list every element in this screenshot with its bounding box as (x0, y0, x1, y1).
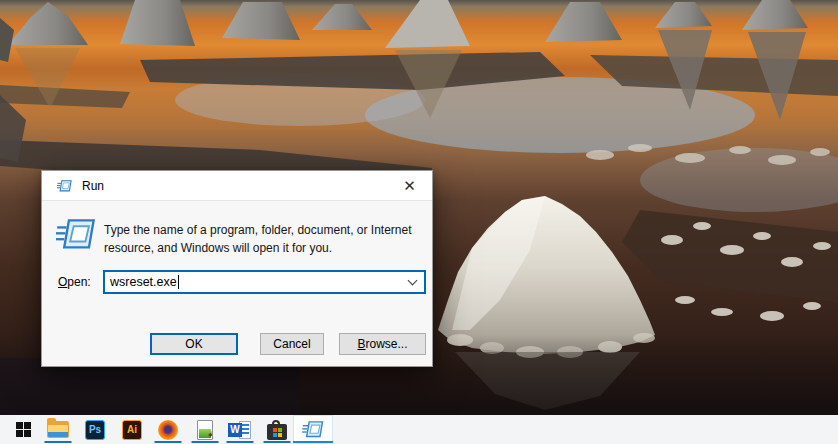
running-indicator (192, 441, 219, 443)
word-icon: W (228, 420, 252, 440)
file-explorer-icon (47, 421, 69, 438)
run-command-input[interactable]: wsreset.exe (103, 270, 426, 294)
open-label: Open: (58, 275, 91, 289)
close-icon: ✕ (403, 177, 416, 195)
chevron-down-icon (407, 275, 417, 285)
running-indicator (264, 441, 291, 443)
dropdown-button[interactable] (403, 272, 421, 292)
running-indicator (155, 441, 182, 443)
taskbar: Ps Ai W (0, 415, 838, 444)
start-button[interactable] (6, 415, 40, 444)
illustrator-icon: Ai (122, 420, 142, 440)
taskbar-item-microsoft-store[interactable] (263, 415, 291, 444)
dialog-title: Run (82, 179, 104, 193)
taskbar-item-illustrator[interactable]: Ai (118, 415, 146, 444)
run-dialog-icon (56, 216, 96, 253)
input-value: wsreset.exe (110, 275, 177, 289)
description-line-1: Type the name of a program, folder, docu… (104, 221, 412, 239)
browse-button[interactable]: Browse... (339, 333, 426, 355)
description-line-2: resource, and Windows will open it for y… (104, 239, 412, 257)
cancel-button[interactable]: Cancel (260, 333, 324, 355)
windows-logo-icon (16, 422, 31, 437)
run-dialog: Run ✕ Type the name of a program, folder… (41, 170, 433, 367)
taskbar-item-firefox[interactable] (154, 415, 182, 444)
text-caret (178, 275, 179, 289)
microsoft-store-icon (267, 424, 287, 440)
taskbar-item-notepad[interactable] (191, 415, 219, 444)
taskbar-item-file-explorer[interactable] (44, 415, 72, 444)
running-indicator (227, 441, 254, 443)
notepad-icon (197, 420, 213, 440)
taskbar-item-run[interactable] (293, 415, 333, 444)
taskbar-item-photoshop[interactable]: Ps (81, 415, 109, 444)
photoshop-icon: Ps (85, 420, 105, 440)
dialog-description: Type the name of a program, folder, docu… (104, 221, 412, 257)
running-indicator (45, 441, 72, 443)
run-icon (57, 179, 72, 193)
close-button[interactable]: ✕ (387, 171, 432, 200)
dialog-titlebar[interactable]: Run ✕ (42, 171, 432, 201)
active-indicator (293, 441, 333, 443)
firefox-icon (158, 420, 178, 440)
taskbar-item-word[interactable]: W (226, 415, 254, 444)
run-icon (302, 420, 324, 439)
ok-button[interactable]: OK (150, 333, 238, 355)
